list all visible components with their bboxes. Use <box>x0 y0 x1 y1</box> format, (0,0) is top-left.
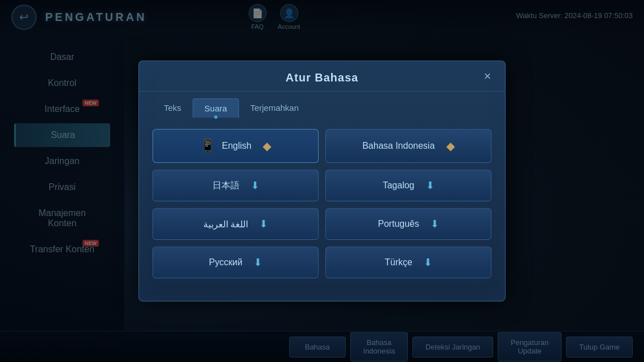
lang-arabic-label: اللغة العربية <box>203 219 248 230</box>
lang-tagalog[interactable]: Tagalog ⬇ <box>325 170 491 201</box>
lang-russian[interactable]: Русский ⬇ <box>153 247 319 278</box>
language-grid: 📱 English ◆ Bahasa Indonesia ◆ 日本語 ⬇ Tag… <box>139 118 505 290</box>
lang-russian-label: Русский <box>209 257 242 268</box>
download-icon: ⬇ <box>259 218 268 230</box>
lang-turkish-label: Türkçe <box>385 257 412 268</box>
download-icon: ⬇ <box>251 179 259 192</box>
download-icon: ⬇ <box>424 256 432 269</box>
lang-turkish[interactable]: Türkçe ⬇ <box>325 247 491 278</box>
lang-japanese[interactable]: 日本語 ⬇ <box>153 170 319 201</box>
language-dialog: Atur Bahasa × Teks Suara Terjemahkan 📱 E… <box>138 61 506 301</box>
download-icon: ⬇ <box>426 179 434 192</box>
lang-bahasa-indonesia[interactable]: Bahasa Indonesia ◆ <box>325 129 491 163</box>
lang-japanese-label: 日本語 <box>212 180 240 192</box>
lang-arabic[interactable]: اللغة العربية ⬇ <box>153 208 319 240</box>
tab-terjemahkan[interactable]: Terjemahkan <box>239 98 310 118</box>
lang-english[interactable]: 📱 English ◆ <box>153 129 319 163</box>
download-icon: ⬇ <box>254 256 262 269</box>
tab-suara[interactable]: Suara <box>193 98 239 118</box>
lang-bahasa-indonesia-label: Bahasa Indonesia <box>362 141 434 151</box>
lang-tagalog-label: Tagalog <box>382 180 414 191</box>
download-badge: ◆ <box>446 139 455 153</box>
download-icon: ⬇ <box>430 218 439 230</box>
lang-portuguese-label: Português <box>378 219 419 229</box>
selected-badge: ◆ <box>263 139 271 153</box>
lang-portuguese[interactable]: Português ⬇ <box>325 208 491 240</box>
dialog-header: Atur Bahasa × <box>139 61 505 92</box>
dialog-tabs: Teks Suara Terjemahkan <box>139 92 505 118</box>
dialog-title: Atur Bahasa <box>286 71 359 84</box>
lang-english-label: English <box>222 141 251 151</box>
tab-teks[interactable]: Teks <box>153 98 193 118</box>
dialog-close-button[interactable]: × <box>479 68 496 85</box>
phone-icon: 📱 <box>200 139 215 153</box>
dialog-overlay: Atur Bahasa × Teks Suara Terjemahkan 📱 E… <box>0 0 644 362</box>
